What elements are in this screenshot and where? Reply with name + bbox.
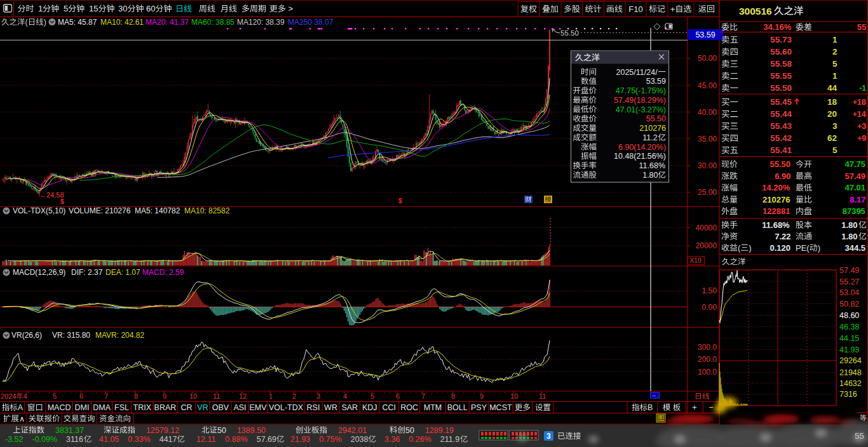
svg-text:48.60: 48.60: [839, 311, 859, 320]
svg-text:+14: +14: [853, 110, 866, 119]
svg-text:>: >: [286, 4, 293, 13]
svg-text:41.93: 41.93: [839, 345, 859, 354]
svg-text:55.45: 55.45: [770, 97, 792, 107]
svg-text:MAVR: 204.82: MAVR: 204.82: [95, 331, 144, 340]
svg-text:SAR: SAR: [341, 403, 358, 412]
svg-text:44.15: 44.15: [839, 334, 859, 343]
svg-text:3: 3: [316, 392, 320, 400]
svg-text:1.50: 1.50: [702, 286, 717, 295]
svg-text:11: 11: [539, 392, 546, 400]
svg-text:0.26%: 0.26%: [409, 435, 431, 444]
svg-text:47.01: 47.01: [845, 183, 866, 192]
svg-text:2: 2: [832, 47, 837, 57]
svg-text:55.50: 55.50: [770, 159, 791, 169]
svg-text:40.00: 40.00: [698, 108, 717, 117]
svg-text:DMI: DMI: [75, 403, 90, 412]
svg-text:5: 5: [64, 4, 68, 13]
svg-text:∧: ∧: [19, 415, 25, 424]
svg-text:55: 55: [857, 22, 866, 32]
svg-text:VOLUME: 210276: VOLUME: 210276: [69, 206, 131, 215]
svg-text:60: 60: [146, 4, 155, 13]
svg-text:MTM: MTM: [424, 403, 442, 412]
svg-text:6: 6: [79, 392, 83, 400]
svg-text:9: 9: [480, 392, 484, 400]
svg-text:VR: 315.80: VR: 315.80: [52, 331, 90, 340]
svg-text:57.49: 57.49: [839, 266, 859, 275]
svg-text:11.68%: 11.68%: [762, 220, 790, 230]
svg-text:55.60: 55.60: [770, 47, 792, 57]
svg-text:3.36: 3.36: [384, 435, 400, 444]
svg-text:1: 1: [832, 71, 837, 81]
svg-text:MA10: 82582: MA10: 82582: [184, 206, 230, 215]
svg-text:57.69: 57.69: [257, 435, 276, 444]
svg-text:PE(: PE(: [796, 243, 810, 253]
svg-text:2942.01: 2942.01: [338, 426, 367, 435]
svg-text:EMV: EMV: [250, 403, 268, 412]
svg-text:6.90(14.20%): 6.90(14.20%): [618, 143, 666, 152]
svg-text:8.17: 8.17: [850, 195, 865, 204]
svg-text:1389.50: 1389.50: [237, 426, 266, 435]
svg-text:PSY: PSY: [471, 403, 487, 412]
svg-text:MA250 38.07: MA250 38.07: [288, 18, 334, 27]
svg-text:--: --: [653, 392, 656, 398]
svg-text:3: 3: [832, 121, 837, 131]
svg-text:0.120: 0.120: [770, 243, 791, 253]
svg-text:41.05: 41.05: [99, 435, 119, 444]
svg-text:7316: 7316: [839, 390, 857, 399]
svg-text:MA5: 140782: MA5: 140782: [135, 206, 180, 215]
svg-text:4417: 4417: [159, 435, 177, 444]
svg-text:300.0: 300.0: [698, 343, 717, 352]
svg-text:10: 10: [189, 392, 197, 400]
svg-text:X10: X10: [689, 257, 702, 264]
svg-text:30: 30: [118, 4, 127, 13]
svg-text:50: 50: [217, 426, 226, 435]
svg-text:7.22: 7.22: [775, 232, 790, 241]
svg-text:47.01(-3.27%): 47.01(-3.27%): [616, 105, 666, 114]
svg-text:62: 62: [827, 133, 837, 143]
svg-text:8: 8: [134, 392, 138, 400]
svg-text:53.59: 53.59: [695, 30, 715, 39]
svg-text:+9: +9: [857, 134, 866, 143]
svg-text:KDJ: KDJ: [362, 403, 377, 412]
svg-text:2025/11/24/: 2025/11/24/: [616, 68, 658, 77]
svg-text:34.16%: 34.16%: [763, 22, 792, 32]
svg-text:+18: +18: [853, 98, 866, 107]
svg-text:BOLL: BOLL: [447, 403, 468, 412]
svg-text:-1: -1: [859, 84, 866, 93]
svg-text:210276: 210276: [639, 124, 666, 133]
svg-text:DIF: 2.37: DIF: 2.37: [71, 268, 103, 277]
svg-text:21948: 21948: [839, 368, 862, 377]
svg-text:1: 1: [38, 4, 43, 13]
svg-text:BRAR: BRAR: [154, 403, 177, 412]
svg-text:14632: 14632: [839, 379, 862, 388]
svg-text:5: 5: [832, 145, 837, 155]
svg-text:2038: 2038: [351, 435, 369, 444]
svg-text:55.58: 55.58: [770, 59, 792, 69]
svg-text:MA60: 38.85: MA60: 38.85: [191, 18, 234, 27]
svg-text:50: 50: [405, 426, 414, 435]
svg-text:DEA: 1.07: DEA: 1.07: [105, 268, 140, 277]
svg-text:7: 7: [421, 392, 425, 400]
svg-text:4: 4: [343, 392, 347, 400]
svg-text:0.33%: 0.33%: [128, 435, 150, 444]
svg-text:100.0: 100.0: [698, 368, 717, 377]
svg-text:+: +: [692, 403, 696, 412]
svg-text:29264: 29264: [839, 356, 862, 365]
svg-text:50.00: 50.00: [698, 54, 717, 63]
svg-text:9: 9: [163, 392, 166, 400]
svg-text:200.0: 200.0: [698, 355, 717, 364]
svg-text:344.5: 344.5: [845, 243, 866, 253]
svg-text:55.73: 55.73: [770, 35, 792, 44]
svg-text:6.90: 6.90: [775, 171, 790, 181]
svg-text:1: 1: [269, 392, 273, 400]
svg-text:10: 10: [510, 392, 518, 400]
svg-text:10.48(21.56%): 10.48(21.56%): [614, 152, 666, 161]
svg-text:1: 1: [832, 35, 837, 44]
svg-text:21.93: 21.93: [290, 435, 310, 444]
svg-text:20: 20: [827, 109, 837, 119]
svg-text:55.55: 55.55: [770, 71, 792, 81]
svg-text:VOL-TDX(5,10): VOL-TDX(5,10): [13, 206, 65, 215]
svg-text:3: 3: [546, 432, 551, 441]
svg-text:MACD: 2.59: MACD: 2.59: [142, 268, 184, 277]
svg-text:3831.37: 3831.37: [55, 426, 84, 435]
